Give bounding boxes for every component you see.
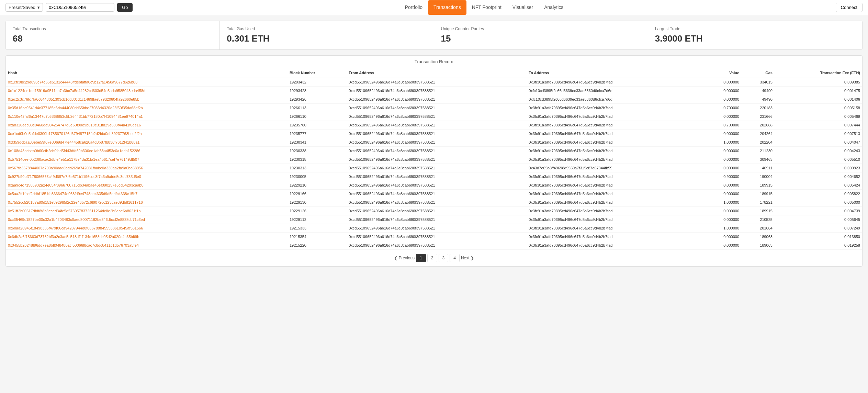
to-address-cell: 0x3fc91a3afd70395cd496c647d5a6cc9d4b2b7f… xyxy=(527,224,702,233)
col-to-address: To Address xyxy=(527,68,702,78)
transaction-hash-link[interactable]: 0xaa9c4c71566932a24e054f8966700715db34ab… xyxy=(8,183,144,187)
table-row: 0x567fb3578844007d703a90dad8bdd269a74203… xyxy=(6,164,862,172)
to-address-cell: 0x3fc91a3afd70395cd496c647d5a6cc9d4b2b7f… xyxy=(527,198,702,207)
next-page-button[interactable]: Next ❯ xyxy=(461,256,474,260)
gas-cell: 190004 xyxy=(741,172,775,181)
gas-cell: 220183 xyxy=(741,104,775,112)
transaction-hash-link[interactable]: 0x57514ceef0b23f0acac2dbfe4eb1a1175e4da3… xyxy=(8,157,139,161)
transaction-table: Hash Block Number From Address To Addres… xyxy=(6,68,862,250)
col-fee: Transaction Fee (ETH) xyxy=(775,68,862,78)
page-3-button[interactable]: 3 xyxy=(439,254,449,262)
gas-cell: 202204 xyxy=(741,138,775,147)
preset-dropdown[interactable]: Preset/Saved ▾ xyxy=(5,3,43,12)
stat-total-transactions: Total Transactions 68 xyxy=(6,21,220,49)
to-address-cell: 0x3fc91a3afd70395cd496c647d5a6cc9d4b2b7f… xyxy=(527,207,702,215)
tab-analytics[interactable]: Analytics xyxy=(539,0,569,15)
from-address-cell: 0xcd55109652496a616d74a6c8cab690f3975885… xyxy=(347,112,527,121)
main-navigation-tabs: Portfolio Transactions NFT Footprint Vis… xyxy=(399,0,569,15)
prev-page-button[interactable]: ❮ Previous xyxy=(394,256,415,260)
gas-cell: 309463 xyxy=(741,155,775,164)
from-address-cell: 0xcd55109652496a616d74a6c8cab690f3975885… xyxy=(347,95,527,104)
transaction-hash-link[interactable]: 0xf359dcbaa86ebe59f67e8069d47fe44458ca62… xyxy=(8,140,140,144)
block-number-cell: 19229112 xyxy=(288,215,347,224)
to-address-cell: 0x3fc91a3afd70395cd496c647d5a6cc9d4b2b7f… xyxy=(527,121,702,130)
block-number-cell: 19266110 xyxy=(288,112,347,121)
value-cell: 0.000000 xyxy=(702,190,741,198)
transaction-hash-link[interactable]: 0x51ff2b00617dfdf8f8b3eced34fe5d57605783… xyxy=(8,209,140,213)
tab-portfolio[interactable]: Portfolio xyxy=(399,0,428,15)
page-4-button[interactable]: 4 xyxy=(450,254,460,262)
tab-transactions[interactable]: Transactions xyxy=(428,0,466,15)
transaction-hash-link[interactable]: 0x5aa2ff1fcdf2ddbf1851fe8666474e968fd9e4… xyxy=(8,192,137,196)
stat-total-transactions-label: Total Transactions xyxy=(13,26,213,31)
table-row: 0x1c1224ec1dd15919a9511cb7a3bc7a5e44282c… xyxy=(6,87,862,95)
to-address-cell: 0x3fc91a3afd70395cd496c647d5a6cc9d4b2b7f… xyxy=(527,181,702,190)
nav-left: Preset/Saved ▾ Go xyxy=(5,3,133,12)
page-2-button[interactable]: 2 xyxy=(427,254,437,262)
value-cell: 0.000000 xyxy=(702,78,741,87)
table-row: 0x927b90bf7178066553c49d687e7f6e571b1196… xyxy=(6,172,862,181)
to-address-cell: 0x3fc91a3afd70395cd496c647d5a6cc9d4b2b7f… xyxy=(527,78,702,87)
table-row: 0x110e42faf6a13447d7c6368853c5b264431bb7… xyxy=(6,112,862,121)
transaction-hash-link[interactable]: 0x927b90bf7178066553c49d687e7f6e571b1196… xyxy=(8,175,141,179)
fee-cell: 0.005000 xyxy=(775,198,862,207)
value-cell: 0.000000 xyxy=(702,215,741,224)
table-row: 0x0455b26248f96dd7ea8bff048480acf50066f8… xyxy=(6,241,862,250)
transaction-hash-link[interactable]: 0x1c1224ec1dd15919a9511cb7a3bc7a5e44282c… xyxy=(8,89,145,93)
to-address-cell: 0x43d7e65b8ff49698d9550a7f315c87e67344fb… xyxy=(527,164,702,172)
stat-total-gas-used: Total Gas Used 0.301 ETH xyxy=(220,21,434,49)
transaction-hash-link[interactable]: 0x6db2a6f18663d73782bf3a2c3ae5c518df1f13… xyxy=(8,235,139,239)
gas-cell: 49490 xyxy=(741,87,775,95)
transaction-hash-link[interactable]: 0x1cfc0bc29e893c74c65e5131c44446ffdebfaf… xyxy=(8,80,137,84)
stat-total-transactions-value: 68 xyxy=(13,33,213,44)
fee-cell: 0.004243 xyxy=(775,147,862,155)
transaction-hash-link[interactable]: 0x60aa20945f18498385f479f06ca94287944e0f… xyxy=(8,226,143,230)
page-1-button[interactable]: 1 xyxy=(416,254,426,262)
from-address-cell: 0xcd55109652496a616d74a6c8cab690f3975885… xyxy=(347,233,527,241)
transaction-hash-link[interactable]: 0x110e42faf6a13447d7c6368853c5b264431bb7… xyxy=(8,114,143,119)
transaction-hash-link[interactable]: 0xa8320eec08e0468da904254747d6e60f90e9b8… xyxy=(8,123,141,127)
fee-cell: 0.019258 xyxy=(775,241,862,250)
block-number-cell: 19215333 xyxy=(288,224,347,233)
table-row: 0xc35469c1827be00c32a1b4203483c0aed80071… xyxy=(6,215,862,224)
connect-button[interactable]: Connect xyxy=(836,3,863,12)
stat-largest-trade-value: 3.9000 ETH xyxy=(655,33,855,44)
to-address-cell: 0x3fc91a3afd70395cd496c647d5a6cc9d4b2b7f… xyxy=(527,241,702,250)
value-cell: 0.000000 xyxy=(702,207,741,215)
tab-visualiser[interactable]: Visualiser xyxy=(507,0,539,15)
address-input[interactable] xyxy=(46,3,114,12)
table-row: 0xa8320eec08e0468da904254747d6e60f90e9b8… xyxy=(6,121,862,130)
to-address-cell: 0x3fc91a3afd70395cd496c647d5a6cc9d4b2b7f… xyxy=(527,112,702,121)
value-cell: 0.000000 xyxy=(702,87,741,95)
go-button[interactable]: Go xyxy=(117,3,133,12)
transaction-hash-link[interactable]: 0x108d48bcbeb0b60cfb2cb0fad5fd43dfd69b30… xyxy=(8,149,140,153)
transaction-hash-link[interactable]: 0xe1cd0b0e5bfde0300b1785670126d679487715… xyxy=(8,132,142,136)
gas-cell: 202688 xyxy=(741,121,775,130)
transaction-hash-link[interactable]: 0x7552cc520187a80d151e892985f2c22e46572c… xyxy=(8,200,143,204)
gas-cell: 204264 xyxy=(741,130,775,138)
tab-nft-footprint[interactable]: NFT Footprint xyxy=(466,0,507,15)
to-address-cell: 0x3fc91a3afd70395cd496c647d5a6cc9d4b2b7f… xyxy=(527,190,702,198)
table-header-row: Hash Block Number From Address To Addres… xyxy=(6,68,862,78)
stat-total-gas-label: Total Gas Used xyxy=(227,26,427,31)
transaction-hash-link[interactable]: 0x0455b26248f96dd7ea8bff048480acf50066f8… xyxy=(8,243,139,247)
block-number-cell: 19215220 xyxy=(288,241,347,250)
to-address-cell: 0x3fc91a3afd70395cd496c647d5a6cc9d4b2b7f… xyxy=(527,172,702,181)
gas-cell: 49490 xyxy=(741,95,775,104)
block-number-cell: 19230341 xyxy=(288,138,347,147)
table-row: 0x1cfc0bc29e893c74c65e5131c44446ffdebfaf… xyxy=(6,78,862,87)
from-address-cell: 0xcd55109652496a616d74a6c8cab690f3975885… xyxy=(347,164,527,172)
from-address-cell: 0xcd55109652496a616d74a6c8cab690f3975885… xyxy=(347,181,527,190)
transaction-hash-link[interactable]: 0xc35469c1827be00c32a1b4203483c0aed80071… xyxy=(8,217,145,222)
to-address-cell: 0x3fc91a3afd70395cd496c647d5a6cc9d4b2b7f… xyxy=(527,147,702,155)
fee-cell: 0.007444 xyxy=(775,121,862,130)
value-cell: 1.000000 xyxy=(702,138,741,147)
transaction-hash-link[interactable]: 0x35d16bc9541d4c377185e6da444080dd65bbe2… xyxy=(8,106,143,110)
transaction-hash-link[interactable]: 0x567fb3578844007d703a90dad8bdd269a74203… xyxy=(8,166,143,170)
from-address-cell: 0xcd55109652496a616d74a6c8cab690f3975885… xyxy=(347,121,527,130)
to-address-cell: 0x3fc91a3afd70395cd496c647d5a6cc9d4b2b7f… xyxy=(527,233,702,241)
block-number-cell: 19230338 xyxy=(288,147,347,155)
preset-label: Preset/Saved xyxy=(9,5,35,10)
fee-cell: 0.004047 xyxy=(775,138,862,147)
transaction-hash-link[interactable]: 0xec2c3c76fc7fa6c6448051303cb1dd80cd1c14… xyxy=(8,97,139,101)
